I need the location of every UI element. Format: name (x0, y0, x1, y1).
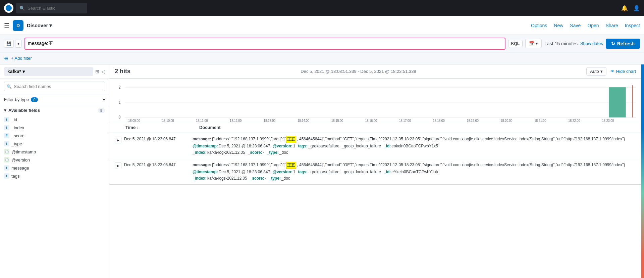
notifications-icon[interactable]: 🔔 (621, 5, 628, 11)
table-header: Time ↓ Document (109, 122, 641, 133)
svg-text:18:21:00: 18:21:00 (534, 119, 546, 122)
available-fields-label: Available fields (8, 108, 40, 113)
field-item-id[interactable]: t _id (4, 115, 105, 124)
results-table[interactable]: Time ↓ Document ▶ Dec 5, 2021 @ 18:23:06… (109, 122, 641, 278)
search-fields-icon: 🔍 (7, 84, 12, 89)
index-selector: kafka* ▾ ⊞ ◁ (0, 64, 109, 79)
field-item-message[interactable]: t message (4, 164, 105, 172)
kql-badge[interactable]: KQL (508, 40, 523, 47)
new-link[interactable]: New (554, 23, 563, 28)
field-name: _id (11, 117, 17, 122)
elastic-logo[interactable] (4, 3, 13, 13)
hide-chart-button[interactable]: 👁 Hide chart (610, 69, 636, 74)
field-item-score[interactable]: # _score (4, 132, 105, 140)
query-input-wrapper[interactable] (24, 38, 505, 50)
discover-label: Discover (27, 22, 48, 28)
field-type-badge-hash: # (4, 133, 9, 138)
col-time-header[interactable]: Time ↓ (125, 125, 199, 130)
add-filter-label: + Add filter (11, 56, 32, 61)
expand-row-button[interactable]: ▶ (115, 137, 121, 143)
chevron-down-icon: ▾ (49, 22, 52, 29)
collapse-available-icon[interactable]: ▾ (4, 108, 6, 113)
share-link[interactable]: Share (606, 23, 618, 28)
table-row: ▶ Dec 5, 2021 @ 18:23:06.847 message: {"… (109, 159, 641, 185)
filter-type-row: Filter by type 0 ▾ (0, 94, 109, 105)
options-link[interactable]: Options (531, 23, 547, 28)
open-link[interactable]: Open (587, 23, 599, 28)
field-item-version[interactable]: 🕐 @version (4, 156, 105, 164)
field-type-badge-t: t (4, 173, 9, 179)
svg-text:0: 0 (119, 115, 121, 119)
message-prefix: {"address":"192.168.137.1:9999","args":"… (212, 162, 285, 169)
elastic-logo-inner (6, 5, 12, 11)
index-key: _index: (193, 175, 207, 182)
message-suffix: , 4564645644]","method":"GET","requestTi… (297, 136, 625, 143)
search-fields-input[interactable] (4, 82, 105, 91)
search-icon: 🔍 (19, 6, 25, 11)
sort-time-icon: ↓ (137, 126, 139, 129)
field-type-badge-t: t (4, 117, 9, 122)
auto-interval-select[interactable]: Auto ▾ (586, 67, 606, 76)
global-search-bar[interactable]: 🔍 (16, 3, 87, 13)
global-search-input[interactable] (28, 6, 84, 11)
discover-app-button[interactable]: Discover ▾ (27, 22, 52, 29)
filter-icon[interactable]: ⊕ (4, 55, 8, 61)
row-document: message: {"address":"192.168.137.1:9999"… (189, 162, 636, 182)
date-range: Dec 5, 2021 @ 18:08:51.339 - Dec 5, 2021… (301, 69, 416, 74)
field-item-index[interactable]: t _index (4, 124, 105, 132)
svg-text:2: 2 (119, 85, 121, 89)
doc-index-line: _index: kafka-log-2021.12.05 _score: - _… (193, 149, 636, 156)
svg-text:18:14:00: 18:14:00 (298, 119, 310, 122)
id-val: eokein0BCaoTCPwbY1x5 (391, 143, 438, 149)
field-item-type[interactable]: t _type (4, 140, 105, 148)
field-type-badge-clock: 🕐 (4, 149, 9, 154)
chevron-index-icon: ▾ (22, 69, 25, 74)
svg-text:18:18:00: 18:18:00 (433, 119, 445, 122)
version-key: @version: (273, 169, 292, 175)
collapse-sidebar-icon[interactable]: ◁ (101, 69, 105, 74)
doc-message-line: message: {"address":"192.168.137.1:9999"… (193, 162, 636, 169)
index-pattern-button[interactable]: kafka* ▾ (4, 67, 93, 76)
save-query-icon[interactable]: 💾 (4, 40, 14, 48)
field-item-timestamp[interactable]: 🕐 @timestamp (4, 148, 105, 156)
chevron-query-icon[interactable]: ▾ (15, 40, 22, 48)
field-name: message (11, 166, 29, 171)
field-item-tags[interactable]: t tags (4, 172, 105, 180)
time-range-label: Last 15 minutes (544, 41, 578, 46)
content-area: 2 hits Dec 5, 2021 @ 18:08:51.339 - Dec … (109, 64, 641, 278)
filter-type-chevron[interactable]: ▾ (103, 97, 105, 102)
id-key: _id: (384, 143, 391, 149)
chevron-auto-icon: ▾ (600, 69, 603, 74)
field-name: @timestamp (11, 149, 36, 154)
refresh-label: Refresh (617, 41, 635, 46)
hamburger-menu-icon[interactable]: ☰ (4, 22, 9, 29)
field-type-badge-clock: 🕐 (4, 157, 9, 163)
user-icon[interactable]: 👤 (633, 5, 640, 11)
svg-text:18:22:00: 18:22:00 (568, 119, 580, 122)
highlight-term: 王五 (286, 162, 296, 169)
add-filter-button[interactable]: + Add filter (11, 56, 32, 61)
calendar-button[interactable]: 📅 ▾ (525, 39, 542, 48)
message-prefix: {"address":"192.168.137.1:9999","args":"… (212, 136, 285, 143)
refresh-icon: ↻ (611, 41, 615, 46)
timestamp-val: Dec 5, 2021 @ 18:23:06.847 (219, 143, 270, 149)
section-header: ▾ Available fields 8 (4, 108, 105, 113)
timestamp-key: @timestamp: (193, 169, 218, 175)
expand-row-button[interactable]: ▶ (115, 163, 121, 169)
inspect-button[interactable]: Inspect (625, 23, 640, 28)
top-navigation-bar: 🔍 🔔 👤 (0, 0, 644, 16)
field-name: _type (11, 141, 22, 146)
refresh-button[interactable]: ↻ Refresh (606, 39, 640, 49)
doc-index-line: _index: kafka-logs-2021.12.05 _score: - … (193, 175, 636, 182)
row-time: Dec 5, 2021 @ 18:23:06.847 (121, 162, 189, 167)
query-input[interactable] (28, 41, 502, 46)
index-val: kafka-logs-2021.12.05 (207, 175, 247, 182)
hide-chart-label: Hide chart (616, 69, 636, 74)
filter-row: ⊕ + Add filter (0, 52, 644, 64)
grid-icon[interactable]: ⊞ (95, 69, 99, 74)
type-key: _type: (267, 149, 278, 156)
show-dates-button[interactable]: Show dates (580, 41, 603, 46)
svg-text:18:13:00: 18:13:00 (264, 119, 276, 122)
save-link[interactable]: Save (570, 23, 581, 28)
chart-bar-last[interactable] (609, 87, 626, 118)
